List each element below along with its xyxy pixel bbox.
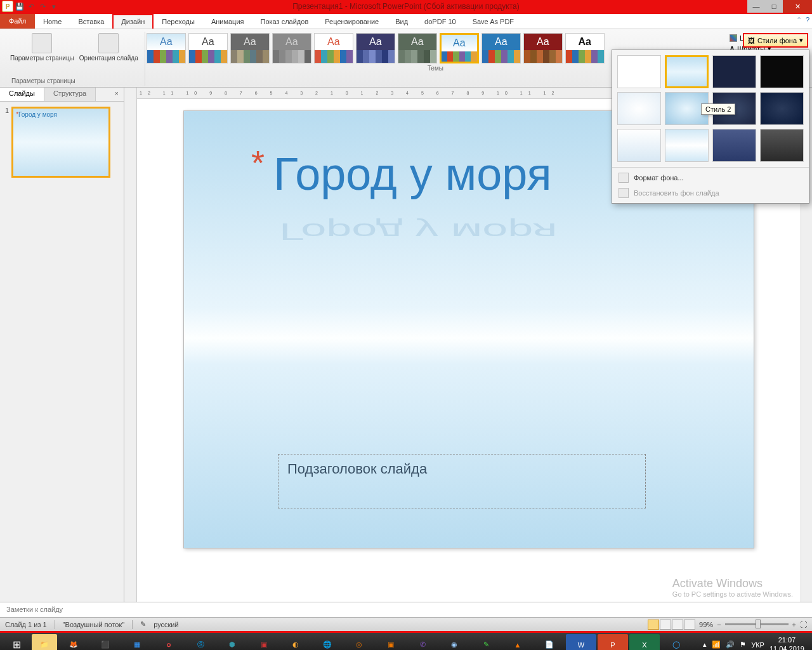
tab-saveaspdf[interactable]: Save As PDF xyxy=(464,14,522,29)
tray-language[interactable]: УКР xyxy=(751,641,764,649)
taskbar-app-icon[interactable]: ◉ xyxy=(439,634,469,651)
taskbar-viber-icon[interactable]: ✆ xyxy=(407,634,438,651)
notes-pane[interactable]: Заметки к слайду xyxy=(0,602,812,617)
taskbar-app-icon[interactable]: ▣ xyxy=(249,634,279,651)
bg-style-tile[interactable] xyxy=(665,55,709,88)
tab-insert[interactable]: Вставка xyxy=(70,14,112,29)
language-indicator[interactable]: русский xyxy=(154,621,178,628)
taskbar-firefox-icon[interactable]: 🦊 xyxy=(58,634,89,651)
bg-style-tile[interactable] xyxy=(760,92,804,125)
page-setup-label: Параметры страницы xyxy=(10,55,74,62)
taskbar-app-icon[interactable]: ⬛ xyxy=(90,634,121,651)
ribbon-minimize-icon[interactable]: ⌃ xyxy=(796,16,802,24)
taskbar-app-icon[interactable]: ▦ xyxy=(122,634,152,651)
taskbar-app-icon[interactable]: ◐ xyxy=(280,634,311,651)
pane-close-icon[interactable]: × xyxy=(110,88,124,101)
theme-tile[interactable]: Aa xyxy=(230,33,270,63)
outline-tab[interactable]: Структура xyxy=(44,88,96,101)
help-icon[interactable]: ? xyxy=(806,16,809,24)
qat-more-icon[interactable]: ▾ xyxy=(49,1,59,11)
taskbar-skype-icon[interactable]: Ⓢ xyxy=(185,634,216,651)
bg-style-tile[interactable] xyxy=(617,129,661,162)
taskbar-chrome-icon[interactable]: 🌐 xyxy=(312,634,343,651)
tray-flag-icon[interactable]: ⚑ xyxy=(740,640,746,649)
tab-dopdf[interactable]: doPDF 10 xyxy=(416,14,464,29)
statusbar: Слайд 1 из 1 "Воздушный поток" ✎ русский… xyxy=(0,617,812,631)
undo-icon[interactable]: ↶ xyxy=(26,1,36,11)
taskbar-excel-icon[interactable]: X xyxy=(629,634,660,651)
tab-transitions[interactable]: Переходы xyxy=(154,14,203,29)
subtitle-text: Подзаголовок слайда xyxy=(287,461,636,477)
theme-tile[interactable]: Aa xyxy=(523,33,563,63)
slide-thumbnail[interactable]: 1 Город у моря xyxy=(5,107,119,178)
spellcheck-icon[interactable]: ✎ xyxy=(140,620,146,628)
theme-tile[interactable]: Aa xyxy=(272,33,311,63)
thumb-title: Город у моря xyxy=(16,111,106,118)
close-button[interactable]: ✕ xyxy=(783,0,812,13)
bg-style-tile[interactable] xyxy=(665,129,709,162)
slide-title[interactable]: Город у моря xyxy=(260,148,552,200)
fit-to-window-button[interactable]: ⛶ xyxy=(800,621,807,628)
bg-style-tile[interactable] xyxy=(617,55,661,88)
subtitle-placeholder[interactable]: Подзаголовок слайда xyxy=(278,454,646,508)
taskbar-app-icon[interactable]: ◎ xyxy=(344,634,374,651)
theme-tile[interactable]: Aa xyxy=(440,33,479,63)
theme-tile[interactable]: Aa xyxy=(188,33,228,63)
file-tab[interactable]: Файл xyxy=(0,14,35,29)
format-background-item[interactable]: Формат фона... xyxy=(615,170,806,185)
slideshow-view-button[interactable] xyxy=(684,620,695,630)
start-button[interactable]: ⊞ xyxy=(3,634,30,651)
tab-home[interactable]: Home xyxy=(35,14,70,29)
redo-icon[interactable]: ↷ xyxy=(37,1,48,11)
bg-style-tile[interactable] xyxy=(617,92,661,125)
bg-style-tile[interactable] xyxy=(712,129,756,162)
theme-tile[interactable]: Aa xyxy=(565,33,605,63)
minimize-button[interactable]: — xyxy=(747,0,765,13)
bg-style-tile[interactable] xyxy=(760,55,804,88)
zoom-slider[interactable] xyxy=(725,623,789,625)
taskbar-powerpoint-icon[interactable]: P xyxy=(598,634,628,651)
zoom-out-button[interactable]: − xyxy=(717,621,721,628)
save-icon[interactable]: 💾 xyxy=(15,1,25,11)
maximize-button[interactable]: □ xyxy=(765,0,783,13)
reading-view-button[interactable] xyxy=(672,620,683,630)
taskbar-app-icon[interactable]: ◯ xyxy=(661,634,691,651)
taskbar-app-icon[interactable]: ▣ xyxy=(376,634,406,651)
bg-style-tile[interactable] xyxy=(712,55,756,88)
sorter-view-button[interactable] xyxy=(660,620,671,630)
theme-tile[interactable]: Aa xyxy=(314,33,353,63)
bg-styles-label: Стили фона xyxy=(757,37,797,44)
tray-network-icon[interactable]: 📶 xyxy=(712,640,721,649)
theme-tile[interactable]: Aa xyxy=(398,33,437,63)
background-styles-button[interactable]: 🖼 Стили фона ▾ xyxy=(743,33,808,48)
vertical-ruler xyxy=(124,88,137,602)
tray-volume-icon[interactable]: 🔊 xyxy=(726,640,735,649)
taskbar-word-icon[interactable]: W xyxy=(566,634,596,651)
taskbar-app-icon[interactable]: ✎ xyxy=(471,634,501,651)
theme-tile[interactable]: Aa xyxy=(356,33,395,63)
taskbar-app-icon[interactable]: 📄 xyxy=(534,634,565,651)
tray-chevron-icon[interactable]: ▴ xyxy=(703,640,707,649)
tab-view[interactable]: Вид xyxy=(387,14,416,29)
tab-slideshow[interactable]: Показ слайдов xyxy=(252,14,317,29)
zoom-level[interactable]: 99% xyxy=(699,621,713,628)
taskbar-explorer-icon[interactable]: 📁 xyxy=(32,634,57,651)
notes-placeholder: Заметки к слайду xyxy=(6,606,63,613)
tab-design[interactable]: Дизайн xyxy=(112,14,154,29)
zoom-in-button[interactable]: + xyxy=(792,621,796,628)
bg-style-tile[interactable] xyxy=(760,129,804,162)
app-icon[interactable]: P xyxy=(2,1,13,12)
slides-tab[interactable]: Слайды xyxy=(0,88,44,101)
taskbar-vlc-icon[interactable]: ▲ xyxy=(502,634,533,651)
tray-clock[interactable]: 21:07 11.04.2019 xyxy=(769,636,804,650)
tab-review[interactable]: Рецензирование xyxy=(317,14,387,29)
system-tray[interactable]: ▴ 📶 🔊 ⚑ УКР 21:07 11.04.2019 xyxy=(703,636,809,650)
slide-orientation-button[interactable]: Ориентация слайда xyxy=(77,32,141,63)
taskbar-vbox-icon[interactable]: ⬢ xyxy=(217,634,247,651)
theme-tile[interactable]: Aa xyxy=(147,33,186,63)
theme-tile[interactable]: Aa xyxy=(481,33,521,63)
normal-view-button[interactable] xyxy=(648,620,659,630)
taskbar-opera-icon[interactable]: ⭘ xyxy=(154,634,184,651)
tab-animation[interactable]: Анимация xyxy=(203,14,252,29)
page-setup-button[interactable]: Параметры страницы xyxy=(8,32,77,63)
